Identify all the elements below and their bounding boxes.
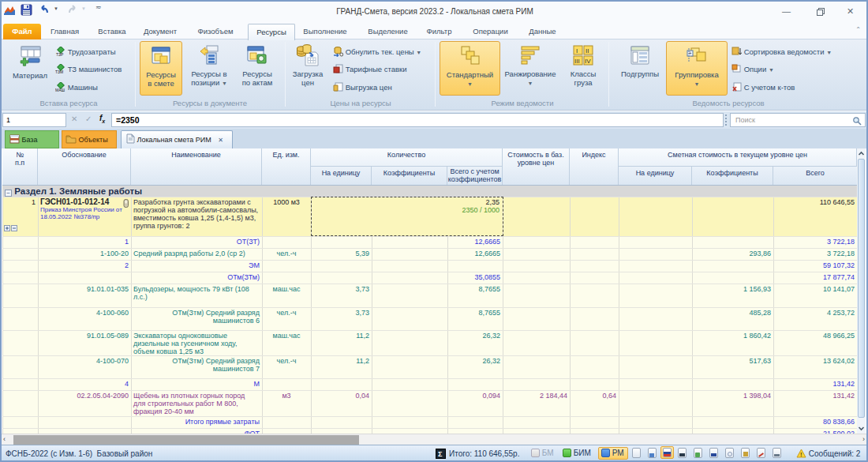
svg-text:III: III xyxy=(574,58,580,65)
svg-text:МАШ: МАШ xyxy=(55,88,65,92)
svg-text:I: I xyxy=(576,47,578,54)
svg-text:!: ! xyxy=(800,451,803,458)
svg-text:Σ: Σ xyxy=(438,450,443,458)
svg-text:II: II xyxy=(586,47,589,54)
svg-text:IV: IV xyxy=(585,58,591,65)
svg-text:ТЗМ: ТЗМ xyxy=(55,69,63,74)
svg-text:ТЗР: ТЗР xyxy=(56,52,64,57)
